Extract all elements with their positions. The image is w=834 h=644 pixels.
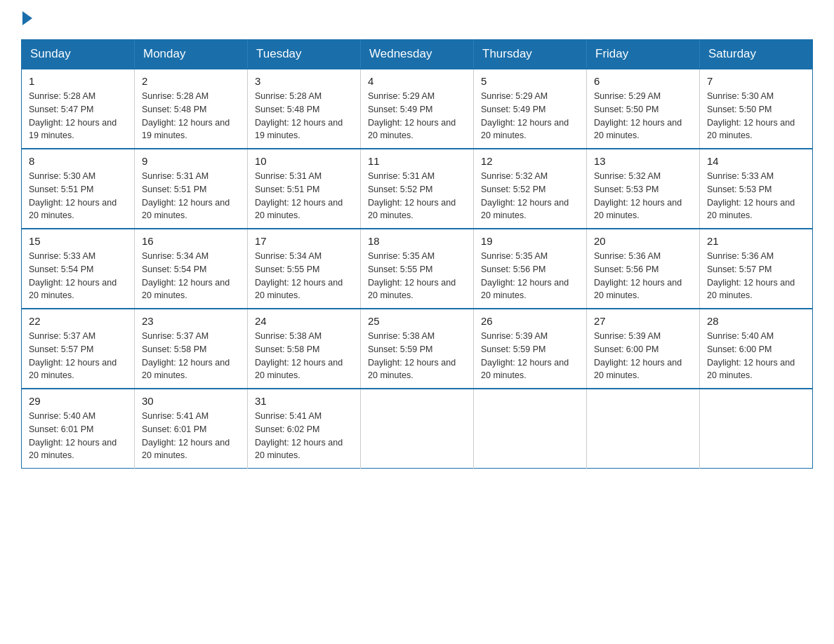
day-number: 31 bbox=[255, 395, 353, 407]
day-info: Sunrise: 5:36 AMSunset: 5:57 PMDaylight:… bbox=[707, 250, 805, 302]
calendar-cell: 17 Sunrise: 5:34 AMSunset: 5:55 PMDaylig… bbox=[248, 229, 361, 309]
day-info: Sunrise: 5:38 AMSunset: 5:58 PMDaylight:… bbox=[255, 330, 353, 382]
day-number: 8 bbox=[29, 155, 127, 167]
day-number: 28 bbox=[707, 315, 805, 327]
day-number: 12 bbox=[481, 155, 579, 167]
day-number: 3 bbox=[255, 75, 353, 87]
calendar-cell: 8 Sunrise: 5:30 AMSunset: 5:51 PMDayligh… bbox=[22, 149, 135, 229]
day-info: Sunrise: 5:32 AMSunset: 5:52 PMDaylight:… bbox=[481, 170, 579, 222]
day-info: Sunrise: 5:35 AMSunset: 5:55 PMDaylight:… bbox=[368, 250, 466, 302]
day-number: 9 bbox=[142, 155, 240, 167]
calendar-cell: 6 Sunrise: 5:29 AMSunset: 5:50 PMDayligh… bbox=[587, 69, 700, 149]
day-number: 17 bbox=[255, 235, 353, 247]
day-of-week-saturday: Saturday bbox=[700, 40, 813, 69]
calendar-cell: 3 Sunrise: 5:28 AMSunset: 5:48 PMDayligh… bbox=[248, 69, 361, 149]
day-number: 25 bbox=[368, 315, 466, 327]
day-info: Sunrise: 5:40 AMSunset: 6:00 PMDaylight:… bbox=[707, 330, 805, 382]
day-of-week-monday: Monday bbox=[135, 40, 248, 69]
calendar-cell: 4 Sunrise: 5:29 AMSunset: 5:49 PMDayligh… bbox=[361, 69, 474, 149]
calendar-cell: 29 Sunrise: 5:40 AMSunset: 6:01 PMDaylig… bbox=[22, 389, 135, 469]
day-of-week-wednesday: Wednesday bbox=[361, 40, 474, 69]
day-info: Sunrise: 5:39 AMSunset: 6:00 PMDaylight:… bbox=[594, 330, 692, 382]
calendar-cell: 28 Sunrise: 5:40 AMSunset: 6:00 PMDaylig… bbox=[700, 309, 813, 389]
day-info: Sunrise: 5:30 AMSunset: 5:51 PMDaylight:… bbox=[29, 170, 127, 222]
day-of-week-tuesday: Tuesday bbox=[248, 40, 361, 69]
header bbox=[21, 14, 813, 25]
calendar-cell: 26 Sunrise: 5:39 AMSunset: 5:59 PMDaylig… bbox=[474, 309, 587, 389]
calendar-cell: 25 Sunrise: 5:38 AMSunset: 5:59 PMDaylig… bbox=[361, 309, 474, 389]
day-info: Sunrise: 5:35 AMSunset: 5:56 PMDaylight:… bbox=[481, 250, 579, 302]
calendar-cell: 9 Sunrise: 5:31 AMSunset: 5:51 PMDayligh… bbox=[135, 149, 248, 229]
calendar-cell: 24 Sunrise: 5:38 AMSunset: 5:58 PMDaylig… bbox=[248, 309, 361, 389]
day-info: Sunrise: 5:33 AMSunset: 5:54 PMDaylight:… bbox=[29, 250, 127, 302]
day-number: 2 bbox=[142, 75, 240, 87]
day-number: 15 bbox=[29, 235, 127, 247]
calendar: SundayMondayTuesdayWednesdayThursdayFrid… bbox=[21, 39, 813, 469]
calendar-cell: 1 Sunrise: 5:28 AMSunset: 5:47 PMDayligh… bbox=[22, 69, 135, 149]
calendar-body: 1 Sunrise: 5:28 AMSunset: 5:47 PMDayligh… bbox=[22, 69, 813, 469]
logo bbox=[21, 14, 35, 25]
week-row-5: 29 Sunrise: 5:40 AMSunset: 6:01 PMDaylig… bbox=[22, 389, 813, 469]
day-number: 26 bbox=[481, 315, 579, 327]
week-row-2: 8 Sunrise: 5:30 AMSunset: 5:51 PMDayligh… bbox=[22, 149, 813, 229]
calendar-cell: 14 Sunrise: 5:33 AMSunset: 5:53 PMDaylig… bbox=[700, 149, 813, 229]
day-number: 4 bbox=[368, 75, 466, 87]
calendar-cell: 13 Sunrise: 5:32 AMSunset: 5:53 PMDaylig… bbox=[587, 149, 700, 229]
day-info: Sunrise: 5:31 AMSunset: 5:51 PMDaylight:… bbox=[142, 170, 240, 222]
day-info: Sunrise: 5:36 AMSunset: 5:56 PMDaylight:… bbox=[594, 250, 692, 302]
calendar-cell: 18 Sunrise: 5:35 AMSunset: 5:55 PMDaylig… bbox=[361, 229, 474, 309]
day-of-week-sunday: Sunday bbox=[22, 40, 135, 69]
calendar-cell: 19 Sunrise: 5:35 AMSunset: 5:56 PMDaylig… bbox=[474, 229, 587, 309]
day-number: 16 bbox=[142, 235, 240, 247]
day-number: 21 bbox=[707, 235, 805, 247]
calendar-cell: 31 Sunrise: 5:41 AMSunset: 6:02 PMDaylig… bbox=[248, 389, 361, 469]
calendar-cell bbox=[700, 389, 813, 469]
day-info: Sunrise: 5:34 AMSunset: 5:54 PMDaylight:… bbox=[142, 250, 240, 302]
day-info: Sunrise: 5:37 AMSunset: 5:58 PMDaylight:… bbox=[142, 330, 240, 382]
day-of-week-thursday: Thursday bbox=[474, 40, 587, 69]
calendar-cell: 20 Sunrise: 5:36 AMSunset: 5:56 PMDaylig… bbox=[587, 229, 700, 309]
day-number: 6 bbox=[594, 75, 692, 87]
day-info: Sunrise: 5:29 AMSunset: 5:49 PMDaylight:… bbox=[368, 90, 466, 142]
calendar-cell: 27 Sunrise: 5:39 AMSunset: 6:00 PMDaylig… bbox=[587, 309, 700, 389]
calendar-cell: 10 Sunrise: 5:31 AMSunset: 5:51 PMDaylig… bbox=[248, 149, 361, 229]
day-number: 13 bbox=[594, 155, 692, 167]
day-number: 7 bbox=[707, 75, 805, 87]
day-info: Sunrise: 5:31 AMSunset: 5:51 PMDaylight:… bbox=[255, 170, 353, 222]
calendar-cell: 7 Sunrise: 5:30 AMSunset: 5:50 PMDayligh… bbox=[700, 69, 813, 149]
calendar-cell: 21 Sunrise: 5:36 AMSunset: 5:57 PMDaylig… bbox=[700, 229, 813, 309]
calendar-cell: 22 Sunrise: 5:37 AMSunset: 5:57 PMDaylig… bbox=[22, 309, 135, 389]
calendar-cell: 30 Sunrise: 5:41 AMSunset: 6:01 PMDaylig… bbox=[135, 389, 248, 469]
day-number: 27 bbox=[594, 315, 692, 327]
day-number: 23 bbox=[142, 315, 240, 327]
calendar-cell: 11 Sunrise: 5:31 AMSunset: 5:52 PMDaylig… bbox=[361, 149, 474, 229]
day-number: 22 bbox=[29, 315, 127, 327]
day-info: Sunrise: 5:34 AMSunset: 5:55 PMDaylight:… bbox=[255, 250, 353, 302]
week-row-3: 15 Sunrise: 5:33 AMSunset: 5:54 PMDaylig… bbox=[22, 229, 813, 309]
day-number: 18 bbox=[368, 235, 466, 247]
day-number: 14 bbox=[707, 155, 805, 167]
calendar-cell: 23 Sunrise: 5:37 AMSunset: 5:58 PMDaylig… bbox=[135, 309, 248, 389]
day-info: Sunrise: 5:28 AMSunset: 5:48 PMDaylight:… bbox=[142, 90, 240, 142]
calendar-cell bbox=[587, 389, 700, 469]
day-number: 19 bbox=[481, 235, 579, 247]
day-number: 29 bbox=[29, 395, 127, 407]
days-of-week-row: SundayMondayTuesdayWednesdayThursdayFrid… bbox=[22, 40, 813, 69]
day-info: Sunrise: 5:40 AMSunset: 6:01 PMDaylight:… bbox=[29, 410, 127, 462]
day-info: Sunrise: 5:31 AMSunset: 5:52 PMDaylight:… bbox=[368, 170, 466, 222]
day-number: 20 bbox=[594, 235, 692, 247]
logo-arrow-icon bbox=[22, 11, 32, 25]
calendar-cell: 12 Sunrise: 5:32 AMSunset: 5:52 PMDaylig… bbox=[474, 149, 587, 229]
day-info: Sunrise: 5:33 AMSunset: 5:53 PMDaylight:… bbox=[707, 170, 805, 222]
day-number: 1 bbox=[29, 75, 127, 87]
day-info: Sunrise: 5:38 AMSunset: 5:59 PMDaylight:… bbox=[368, 330, 466, 382]
day-info: Sunrise: 5:39 AMSunset: 5:59 PMDaylight:… bbox=[481, 330, 579, 382]
day-info: Sunrise: 5:30 AMSunset: 5:50 PMDaylight:… bbox=[707, 90, 805, 142]
day-info: Sunrise: 5:29 AMSunset: 5:50 PMDaylight:… bbox=[594, 90, 692, 142]
week-row-1: 1 Sunrise: 5:28 AMSunset: 5:47 PMDayligh… bbox=[22, 69, 813, 149]
day-info: Sunrise: 5:32 AMSunset: 5:53 PMDaylight:… bbox=[594, 170, 692, 222]
day-number: 5 bbox=[481, 75, 579, 87]
day-number: 10 bbox=[255, 155, 353, 167]
calendar-cell bbox=[361, 389, 474, 469]
day-info: Sunrise: 5:28 AMSunset: 5:47 PMDaylight:… bbox=[29, 90, 127, 142]
